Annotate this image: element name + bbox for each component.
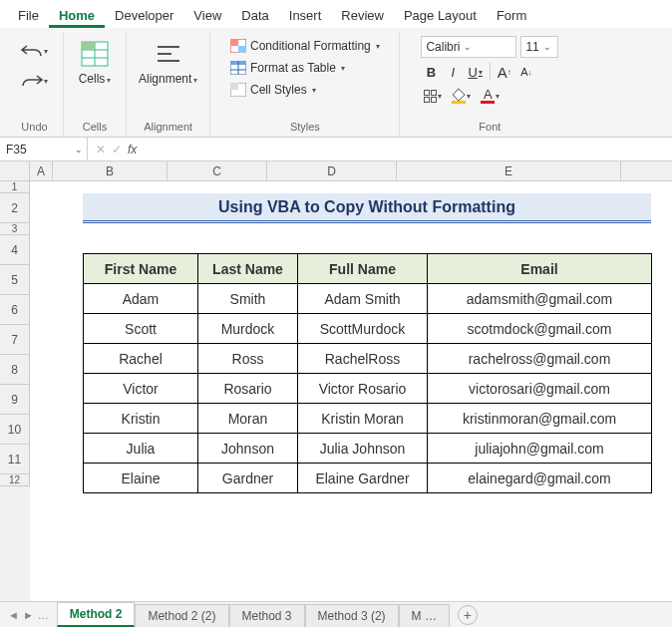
table-cell[interactable]: Elaine bbox=[84, 464, 198, 493]
cancel-formula-icon[interactable]: ✕ bbox=[96, 143, 106, 157]
row-header-2[interactable]: 2 bbox=[0, 193, 30, 223]
table-cell[interactable]: Rosario bbox=[198, 374, 298, 404]
table-cell[interactable]: Gardner bbox=[198, 464, 298, 493]
alignment-icon bbox=[153, 38, 184, 70]
cells-button[interactable]: Cells▾ bbox=[70, 34, 120, 90]
styles-group-label: Styles bbox=[290, 121, 320, 135]
table-cell[interactable]: Johnson bbox=[198, 434, 298, 464]
table-cell[interactable]: Victor Rosario bbox=[298, 374, 428, 404]
row-header-11[interactable]: 11 bbox=[0, 445, 30, 474]
sheet-tab-bar: ◄ ► … Method 2Method 2 (2)Method 3Method… bbox=[0, 601, 672, 627]
row-header-9[interactable]: 9 bbox=[0, 385, 30, 415]
table-cell[interactable]: Victor bbox=[84, 374, 198, 404]
col-header-C[interactable]: C bbox=[168, 161, 267, 181]
font-color-button[interactable]: A▾ bbox=[478, 86, 503, 106]
menu-home[interactable]: Home bbox=[49, 4, 105, 28]
svg-rect-16 bbox=[230, 83, 238, 90]
row-header-7[interactable]: 7 bbox=[0, 325, 30, 355]
table-cell[interactable]: Adam Smith bbox=[298, 284, 428, 314]
table-header: Email bbox=[428, 254, 652, 284]
enter-formula-icon[interactable]: ✓ bbox=[112, 143, 122, 157]
table-row: JuliaJohnsonJulia Johnsonjuliajohn@gmail… bbox=[84, 434, 652, 464]
select-all-corner[interactable] bbox=[0, 161, 30, 181]
fx-icon[interactable]: fx bbox=[128, 143, 137, 157]
alignment-group-label: Alignment bbox=[144, 121, 192, 135]
row-header-1[interactable]: 1 bbox=[0, 181, 30, 193]
menu-file[interactable]: File bbox=[8, 4, 49, 28]
table-cell[interactable]: elainegard@gmail.com bbox=[428, 464, 652, 493]
table-cell[interactable]: Ross bbox=[198, 344, 298, 374]
col-header-D[interactable]: D bbox=[267, 161, 397, 181]
underline-button[interactable]: U▾ bbox=[465, 62, 485, 82]
alignment-button[interactable]: Alignment▾ bbox=[133, 34, 203, 90]
row-header-12[interactable]: 12 bbox=[0, 474, 30, 486]
menu-developer[interactable]: Developer bbox=[105, 4, 183, 28]
row-header-4[interactable]: 4 bbox=[0, 235, 30, 265]
data-table: First NameLast NameFull NameEmail AdamSm… bbox=[83, 253, 652, 493]
table-cell[interactable]: Moran bbox=[198, 404, 298, 434]
row-header-6[interactable]: 6 bbox=[0, 295, 30, 325]
sheet-tab[interactable]: Method 2 bbox=[57, 602, 136, 627]
menu-page-layout[interactable]: Page Layout bbox=[394, 4, 487, 28]
col-header-A[interactable]: A bbox=[30, 161, 53, 181]
cell-styles-button[interactable]: Cell Styles▾ bbox=[228, 82, 318, 98]
table-header: First Name bbox=[84, 254, 198, 284]
table-cell[interactable]: kristinmoran@gmail.com bbox=[428, 404, 652, 434]
table-cell[interactable]: Scott bbox=[84, 314, 198, 344]
conditional-formatting-button[interactable]: Conditional Formatting▾ bbox=[228, 38, 382, 54]
table-cell[interactable]: Julia bbox=[84, 434, 198, 464]
table-cell[interactable]: Smith bbox=[198, 284, 298, 314]
shrink-font-button[interactable]: A↓ bbox=[516, 62, 536, 82]
table-cell[interactable]: Murdock bbox=[198, 314, 298, 344]
undo-button[interactable]: ▾ bbox=[18, 38, 52, 64]
col-header-blank[interactable] bbox=[621, 161, 672, 181]
row-header-8[interactable]: 8 bbox=[0, 355, 30, 385]
grow-font-button[interactable]: A↑ bbox=[495, 62, 514, 82]
row-header-10[interactable]: 10 bbox=[0, 415, 30, 445]
table-cell[interactable]: Rachel bbox=[84, 344, 198, 374]
table-cell[interactable]: Julia Johnson bbox=[298, 434, 428, 464]
table-cell[interactable]: Elaine Gardner bbox=[298, 464, 428, 493]
row-header-5[interactable]: 5 bbox=[0, 265, 30, 295]
table-cell[interactable]: RachelRoss bbox=[298, 344, 428, 374]
borders-button[interactable]: ▾ bbox=[421, 86, 445, 106]
undo-group-label: Undo bbox=[21, 121, 47, 135]
table-cell[interactable]: juliajohn@gmail.com bbox=[428, 434, 652, 464]
table-cell[interactable]: Adam bbox=[84, 284, 198, 314]
font-name-select[interactable]: Calibri⌄ bbox=[421, 36, 516, 58]
table-cell[interactable]: Kristin bbox=[84, 404, 198, 434]
tab-nav-prev[interactable]: ◄ bbox=[8, 609, 19, 621]
sheet-tab[interactable]: M … bbox=[399, 604, 450, 627]
redo-button[interactable]: ▾ bbox=[18, 68, 52, 94]
menu-insert[interactable]: Insert bbox=[279, 4, 332, 28]
menu-review[interactable]: Review bbox=[331, 4, 394, 28]
table-cell[interactable]: victorosari@gmail.com bbox=[428, 374, 652, 404]
table-row: ElaineGardnerElaine Gardnerelainegard@gm… bbox=[84, 464, 652, 493]
format-as-table-button[interactable]: Format as Table▾ bbox=[228, 60, 347, 76]
sheet-tab[interactable]: Method 3 bbox=[229, 604, 305, 627]
tab-nav-next[interactable]: ► bbox=[23, 609, 34, 621]
table-row: AdamSmithAdam Smithadamsmith@gmail.com bbox=[84, 284, 652, 314]
italic-button[interactable]: I bbox=[443, 62, 463, 82]
sheet-tab[interactable]: Method 2 (2) bbox=[135, 604, 228, 627]
menu-view[interactable]: View bbox=[183, 4, 231, 28]
tab-nav-more[interactable]: … bbox=[38, 609, 49, 621]
table-cell[interactable]: rachelross@gmail.com bbox=[428, 344, 652, 374]
table-cell[interactable]: scotmdock@gmail.com bbox=[428, 314, 652, 344]
formula-input[interactable] bbox=[145, 138, 672, 160]
sheet-tab[interactable]: Method 3 (2) bbox=[305, 604, 399, 627]
fill-color-button[interactable]: ▾ bbox=[449, 86, 474, 106]
table-cell[interactable]: Kristin Moran bbox=[298, 404, 428, 434]
menu-data[interactable]: Data bbox=[231, 4, 278, 28]
bold-button[interactable]: B bbox=[421, 62, 441, 82]
name-box[interactable]: F35⌄ bbox=[0, 138, 88, 160]
row-header-3[interactable]: 3 bbox=[0, 223, 30, 235]
table-cell[interactable]: adamsmith@gmail.com bbox=[428, 284, 652, 314]
table-cell[interactable]: ScottMurdock bbox=[298, 314, 428, 344]
menu-form[interactable]: Form bbox=[487, 4, 536, 28]
new-sheet-button[interactable]: + bbox=[458, 605, 478, 625]
font-size-select[interactable]: 11⌄ bbox=[520, 36, 558, 58]
col-header-B[interactable]: B bbox=[53, 161, 168, 181]
col-header-E[interactable]: E bbox=[397, 161, 621, 181]
svg-rect-9 bbox=[230, 39, 238, 46]
